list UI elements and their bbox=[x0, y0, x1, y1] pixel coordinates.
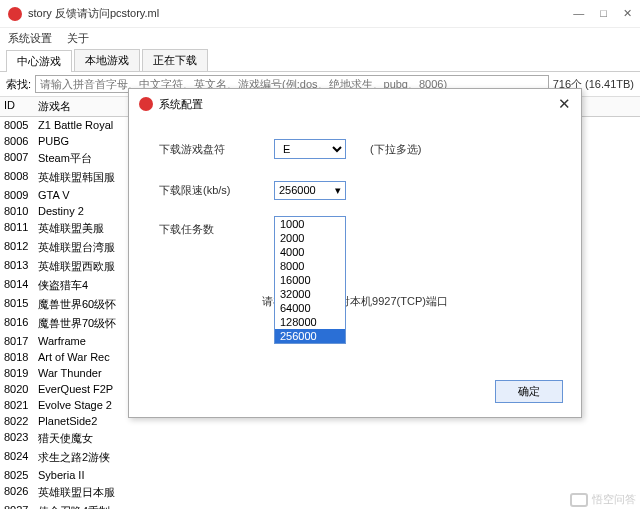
table-row[interactable]: 8026英雄联盟日本服 bbox=[0, 483, 640, 502]
dialog-title: 系统配置 bbox=[159, 97, 558, 112]
speed-dropdown-list: 1000200040008000160003200064000128000256… bbox=[274, 216, 346, 344]
speed-option[interactable]: 64000 bbox=[275, 301, 345, 315]
ok-button[interactable]: 确定 bbox=[495, 380, 563, 403]
speed-option[interactable]: 16000 bbox=[275, 273, 345, 287]
menubar: 系统设置 关于 bbox=[0, 28, 640, 49]
app-icon bbox=[8, 7, 22, 21]
disk-hint: (下拉多选) bbox=[370, 142, 421, 157]
speed-option[interactable]: 4000 bbox=[275, 245, 345, 259]
dialog-close-button[interactable]: ✕ bbox=[558, 95, 571, 113]
speed-option[interactable]: 256000 bbox=[275, 329, 345, 343]
col-id[interactable]: ID bbox=[0, 97, 34, 116]
tab-local[interactable]: 本地游戏 bbox=[74, 49, 140, 71]
menu-settings[interactable]: 系统设置 bbox=[8, 32, 52, 44]
table-row[interactable]: 8027使命召唤4重制 bbox=[0, 502, 640, 509]
tab-center[interactable]: 中心游戏 bbox=[6, 50, 72, 72]
system-config-dialog: 系统配置 ✕ 下载游戏盘符 E (下拉多选) 下载限速(kb/s) 256000… bbox=[128, 88, 582, 418]
dialog-titlebar: 系统配置 ✕ bbox=[129, 89, 581, 119]
speed-option[interactable]: 128000 bbox=[275, 315, 345, 329]
watermark-icon bbox=[570, 493, 588, 507]
label-speed: 下载限速(kb/s) bbox=[159, 183, 274, 198]
table-row[interactable]: 8023猎天使魔女 bbox=[0, 429, 640, 448]
table-row[interactable]: 8025Syberia II bbox=[0, 467, 640, 483]
watermark: 悟空问答 bbox=[570, 492, 636, 507]
tabs-bar: 中心游戏 本地游戏 正在下载 bbox=[0, 49, 640, 72]
dialog-icon bbox=[139, 97, 153, 111]
port-note: 请在路由器上映射本机9927(TCP)端口 bbox=[159, 294, 551, 309]
maximize-button[interactable]: □ bbox=[600, 7, 607, 20]
speed-option[interactable]: 2000 bbox=[275, 231, 345, 245]
menu-about[interactable]: 关于 bbox=[67, 32, 89, 44]
window-title: story 反馈请访问pcstory.ml bbox=[28, 6, 573, 21]
close-button[interactable]: ✕ bbox=[623, 7, 632, 20]
speed-option[interactable]: 1000 bbox=[275, 217, 345, 231]
speed-select[interactable]: 256000 ▾ bbox=[274, 181, 346, 200]
disk-select[interactable]: E bbox=[274, 139, 346, 159]
chevron-down-icon: ▾ bbox=[335, 184, 341, 197]
table-row[interactable]: 8024求生之路2游侠 bbox=[0, 448, 640, 467]
speed-option[interactable]: 8000 bbox=[275, 259, 345, 273]
label-tasks: 下载任务数 bbox=[159, 222, 274, 237]
label-disk: 下载游戏盘符 bbox=[159, 142, 274, 157]
speed-option[interactable]: 32000 bbox=[275, 287, 345, 301]
main-titlebar: story 反馈请访问pcstory.ml — □ ✕ bbox=[0, 0, 640, 28]
tab-downloading[interactable]: 正在下载 bbox=[142, 49, 208, 71]
minimize-button[interactable]: — bbox=[573, 7, 584, 20]
search-label: 索找: bbox=[6, 77, 31, 92]
